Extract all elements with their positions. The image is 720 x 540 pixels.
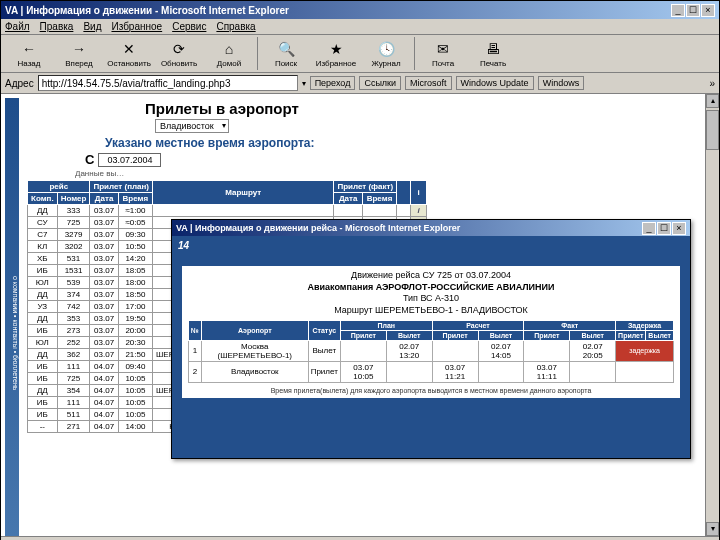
toolbar-print[interactable]: 🖶Печать	[469, 37, 517, 70]
window-buttons: _ ☐ ×	[671, 4, 715, 17]
toolbar-back[interactable]: ←Назад	[5, 37, 53, 70]
history-icon: 🕓	[376, 39, 396, 59]
hdr-fact: Прилет (факт)	[334, 181, 397, 193]
toolbar-history[interactable]: 🕓Журнал	[362, 37, 410, 70]
maximize-button[interactable]: ☐	[686, 4, 700, 17]
close-button[interactable]: ×	[701, 4, 715, 17]
popup-titlebar: VA | Информация о движении рейса - Micro…	[172, 220, 690, 236]
page-content: о компании • контакты • бюллетень Прилет…	[1, 94, 719, 536]
toolbar-mail[interactable]: ✉Почта	[419, 37, 467, 70]
menubar: Файл Правка Вид Избранное Сервис Справка	[1, 19, 719, 35]
links-button[interactable]: Ссылки	[359, 76, 401, 90]
detail-table: № Аэропорт Статус План Расчет Факт Задер…	[188, 320, 674, 383]
back-icon: ←	[19, 39, 39, 59]
menu-file[interactable]: Файл	[5, 21, 30, 32]
address-bar: Адрес ▾ Переход Ссылки Microsoft Windows…	[1, 73, 719, 94]
toolbar-stop[interactable]: ✕Остановить	[105, 37, 153, 70]
hdr-arrival: Прилет (план)	[90, 181, 153, 193]
date-input[interactable]: 03.07.2004	[98, 153, 161, 167]
toolbar-favorites[interactable]: ★Избранное	[312, 37, 360, 70]
address-input[interactable]	[38, 75, 298, 91]
link-winupdate[interactable]: Windows Update	[456, 76, 534, 90]
detail-row: 1Москва (ШЕРЕМЕТЬЕВО-1)Вылет02.07 13:200…	[189, 340, 674, 361]
menu-edit[interactable]: Правка	[40, 21, 74, 32]
stop-icon: ✕	[119, 39, 139, 59]
main-titlebar: VA | Информация о движении - Microsoft I…	[1, 1, 719, 19]
side-banner[interactable]: о компании • контакты • бюллетень	[5, 98, 19, 536]
refresh-icon: ⟳	[169, 39, 189, 59]
address-label: Адрес	[5, 78, 34, 89]
main-window-title: VA | Информация о движении - Microsoft I…	[5, 5, 671, 16]
favorites-icon: ★	[326, 39, 346, 59]
main-ie-window: VA | Информация о движении - Microsoft I…	[0, 0, 720, 540]
toolbar-refresh[interactable]: ⟳Обновить	[155, 37, 203, 70]
search-icon: 🔍	[276, 39, 296, 59]
toolbar-search[interactable]: 🔍Поиск	[262, 37, 310, 70]
page-title: Прилеты в аэропорт	[145, 100, 715, 117]
menu-view[interactable]: Вид	[83, 21, 101, 32]
minimize-button[interactable]: _	[671, 4, 685, 17]
flight-detail-popup: VA | Информация о движении рейса - Micro…	[171, 219, 691, 459]
forward-icon: →	[69, 39, 89, 59]
toolbar-home[interactable]: ⌂Домой	[205, 37, 253, 70]
menu-help[interactable]: Справка	[216, 21, 255, 32]
data-stub: Данные вы…	[75, 169, 715, 178]
local-time-label: Указано местное время аэропорта:	[105, 136, 715, 150]
link-microsoft[interactable]: Microsoft	[405, 76, 452, 90]
popup-title: VA | Информация о движении рейса - Micro…	[176, 223, 642, 233]
print-icon: 🖶	[483, 39, 503, 59]
scroll-down-icon[interactable]: ▾	[706, 522, 719, 536]
hdr-flight: рейс	[28, 181, 90, 193]
popup-maximize[interactable]: ☐	[657, 222, 671, 235]
go-button[interactable]: Переход	[310, 76, 356, 90]
home-icon: ⌂	[219, 39, 239, 59]
popup-minimize[interactable]: _	[642, 222, 656, 235]
toolbar-forward[interactable]: →Вперед	[55, 37, 103, 70]
vertical-scrollbar[interactable]: ▴ ▾	[705, 94, 719, 536]
scroll-up-icon[interactable]: ▴	[706, 94, 719, 108]
info-button[interactable]: i	[411, 205, 427, 217]
status-bar: Интернет	[1, 536, 719, 540]
popup-close[interactable]: ×	[672, 222, 686, 235]
airport-select[interactable]: Владивосток	[155, 119, 229, 133]
detail-row: 2ВладивостокПрилет03.07 10:0503.07 11:21…	[189, 361, 674, 382]
table-row[interactable]: ДД33303.07≈1:00i	[28, 205, 427, 217]
menu-favorites[interactable]: Избранное	[111, 21, 162, 32]
hdr-route: Маршрут	[153, 181, 334, 205]
popup-note: Время прилета(вылета) для каждого аэропо…	[188, 387, 674, 394]
from-label: С	[85, 152, 94, 167]
mail-icon: ✉	[433, 39, 453, 59]
toolbar: ←Назад →Вперед ✕Остановить ⟳Обновить ⌂До…	[1, 35, 719, 73]
link-windows[interactable]: Windows	[538, 76, 585, 90]
menu-tools[interactable]: Сервис	[172, 21, 206, 32]
scroll-thumb[interactable]	[706, 110, 719, 150]
popup-header: Движение рейса СУ 725 от 03.07.2004 Авиа…	[188, 270, 674, 317]
popup-logo: 14	[178, 240, 189, 251]
